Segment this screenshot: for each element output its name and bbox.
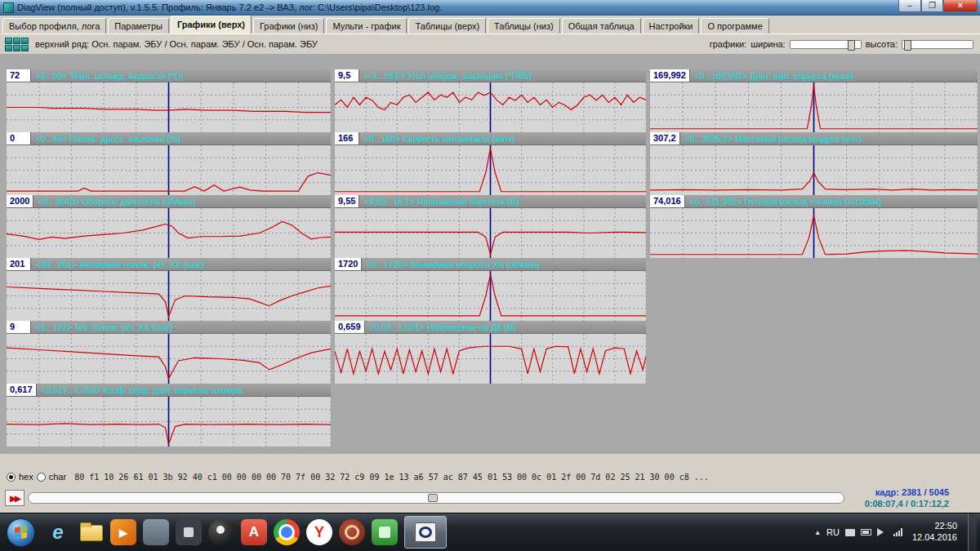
inj-pulse-plot[interactable] [650, 82, 978, 132]
tab-multi-graph[interactable]: Мульти - график [326, 18, 407, 33]
clock[interactable]: 22:50 12.04.2016 [912, 521, 957, 544]
ignition-angle-value: 9,5 [335, 69, 359, 82]
board-voltage-value: 9,55 [335, 195, 359, 207]
taskbar-app-dark-icon[interactable] [176, 519, 202, 545]
throttle-plot[interactable] [7, 145, 331, 195]
keyboard-tray-icon[interactable] [845, 529, 855, 536]
coolant-temp-value: 72 [7, 69, 31, 82]
tab-graphs-top[interactable]: Графики (верх) [171, 16, 252, 33]
taskbar-aimp-icon[interactable]: A [241, 519, 267, 545]
coolant-temp-title: <9...80> Темп. охлажд. жидкости (°С) [31, 69, 184, 82]
charts-column-1: 72 <9...80> Темп. охлажд. жидкости (°С) … [7, 69, 331, 447]
board-voltage-plot[interactable] [335, 208, 646, 258]
width-label: ширина: [751, 39, 785, 49]
speed-plot[interactable] [335, 145, 646, 195]
layout-grid-icon[interactable] [5, 38, 29, 51]
chart-panel-current-idle-pos: 9 <9...122> Тек. полож. рег. ХХ (шаг) [7, 321, 331, 384]
width-slider-thumb[interactable] [848, 40, 855, 51]
minimize-button[interactable]: – [898, 0, 921, 12]
network-tray-icon[interactable] [893, 528, 903, 536]
air-flow-value: 307,2 [650, 132, 680, 144]
taskbar-helm-icon[interactable] [339, 519, 365, 545]
frame-counter: кадр: 2381 / 5045 [875, 487, 949, 497]
taskbar-ie-icon[interactable]: e [45, 519, 71, 545]
rpm-title: <0...3040> Обороты двигателя (об/мин) [33, 195, 195, 207]
rpm-value: 2000 [7, 195, 33, 207]
chart-panel-rpm: 2000 <0...3040> Обороты двигателя (об/ми… [7, 195, 331, 258]
desired-idle-pos-plot[interactable] [7, 271, 331, 321]
current-idle-pos-title: <9...122> Тек. полож. рег. ХХ (шаг) [31, 321, 173, 333]
maximize-button[interactable]: ❐ [921, 0, 943, 12]
desired-idle-rpm-plot[interactable] [335, 271, 646, 321]
window-controls: – ❐ × [898, 0, 978, 12]
frame-scrollbar[interactable] [28, 492, 844, 504]
hex-radio-label: hex [19, 472, 33, 482]
char-radio[interactable] [37, 473, 46, 482]
injection-corr-value: 0,617 [7, 384, 37, 396]
width-slider[interactable] [790, 40, 862, 49]
chart-panel-inj-pulse: 169,992 <0...169,992> Длит. имп. впрыска… [650, 69, 978, 132]
system-tray: ▲ RU 22:50 12.04.2016 [814, 513, 980, 551]
tab-bar: Выбор профиля, лога Параметры Графики (в… [0, 16, 980, 34]
o2-voltage-plot[interactable] [335, 334, 646, 384]
current-idle-pos-plot[interactable] [7, 334, 331, 384]
playback-row: ▶▶ кадр: 2381 / 5045 0:08:07,4 / 0:17:12… [0, 487, 980, 511]
show-desktop-button[interactable] [968, 513, 977, 551]
desired-idle-pos-value: 201 [7, 258, 31, 270]
current-idle-pos-value: 9 [7, 321, 31, 333]
rpm-plot[interactable] [7, 208, 331, 258]
taskbar-yandex-icon[interactable]: Y [306, 519, 332, 545]
height-slider[interactable] [902, 40, 973, 49]
tab-parameters[interactable]: Параметры [108, 18, 169, 33]
tab-tables-bottom[interactable]: Таблицы (низ) [488, 18, 560, 33]
diagview-gauge-icon [415, 522, 436, 542]
fuel-consumption-value: 74,016 [650, 195, 685, 207]
graphs-toolbar: верхний ряд: Осн. парам. ЭБУ / Осн. пара… [0, 34, 980, 54]
coolant-temp-plot[interactable] [7, 82, 331, 132]
charts-column-3: 169,992 <0...169,992> Длит. имп. впрыска… [650, 69, 978, 258]
chart-panel-desired-idle-pos: 201 <30...201> Желаемое полож. рег. ХХ (… [7, 258, 331, 321]
taskbar-explorer-icon[interactable] [78, 519, 104, 545]
height-label: высота: [866, 39, 898, 49]
tab-common-table[interactable]: Общая таблица [562, 18, 641, 33]
frame-scrollbar-thumb[interactable] [428, 494, 438, 502]
windows-flag-icon [15, 525, 27, 539]
graphs-label: графики: [710, 39, 746, 49]
chart-panel-ignition-angle: 9,5 <-3...28,5> Угол опереж. зажигания (… [335, 69, 646, 132]
taskbar-app-green-icon[interactable] [372, 519, 398, 545]
export-play-icon[interactable]: ▶▶ [5, 490, 24, 506]
chart-panel-coolant-temp: 72 <9...80> Темп. охлажд. жидкости (°С) [7, 69, 331, 132]
injection-corr-plot[interactable] [7, 397, 331, 447]
start-button[interactable] [7, 518, 35, 547]
tab-profile-log[interactable]: Выбор профиля, лога [2, 18, 106, 33]
chart-panel-desired-idle-rpm: 1720 <0...1720> Желаемые обороты ХХ (об\… [335, 258, 646, 321]
air-flow-plot[interactable] [650, 145, 978, 195]
tab-about[interactable]: О программе [701, 18, 768, 33]
taskbar-media-player-icon[interactable]: ▶ [110, 519, 136, 545]
fuel-consumption-plot[interactable] [650, 208, 978, 258]
language-indicator[interactable]: RU [826, 527, 840, 537]
ignition-angle-title: <-3...28,5> Угол опереж. зажигания (°ПКВ… [359, 69, 532, 82]
taskbar-emule-icon[interactable] [208, 519, 234, 545]
ignition-angle-plot[interactable] [335, 82, 646, 132]
tab-tables-top[interactable]: Таблицы (верх) [408, 18, 486, 33]
battery-tray-icon[interactable] [861, 529, 871, 535]
clock-time: 22:50 [912, 521, 957, 532]
tab-graphs-bottom[interactable]: Графики (низ) [253, 18, 324, 33]
window-title: DiagView (полный доступ), v.1.5.5. Профи… [17, 2, 442, 12]
speaker-tray-icon[interactable] [877, 528, 888, 536]
hidden-icons-chevron[interactable]: ▲ [814, 529, 821, 536]
taskbar-app-gray-icon[interactable] [143, 519, 169, 545]
close-button[interactable]: × [943, 0, 978, 12]
char-radio-label: char [49, 472, 66, 482]
tab-settings[interactable]: Настройки [643, 18, 700, 33]
taskbar-chrome-icon[interactable] [274, 519, 300, 545]
desired-idle-rpm-title: <0...1720> Желаемые обороты ХХ (об\мин) [362, 258, 540, 270]
desired-idle-pos-title: <30...201> Желаемое полож. рег. ХХ (шаг) [31, 258, 204, 270]
taskbar: e ▶ A Y ▲ RU 22:50 12.04.2016 [0, 513, 980, 551]
hex-radio[interactable] [7, 473, 16, 482]
time-counter: 0:08:07,4 / 0:17:12,2 [865, 499, 949, 509]
taskbar-diagview-button[interactable] [404, 516, 447, 549]
height-slider-thumb[interactable] [904, 40, 911, 51]
chart-panel-injection-corr: 0,617 <0,617...1,059> Коэф. корр. длит. … [7, 384, 331, 447]
